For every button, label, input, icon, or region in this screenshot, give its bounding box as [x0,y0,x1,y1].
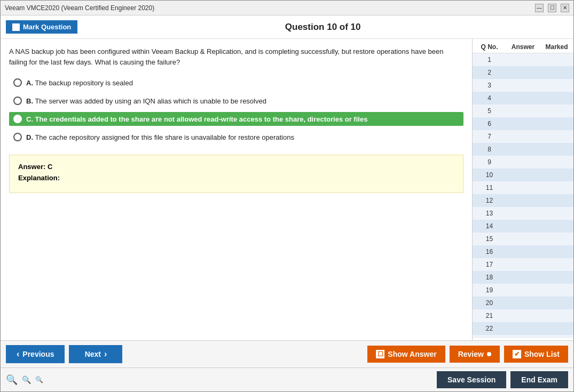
option-d-text: D. The cache repository assigned for thi… [26,133,294,141]
q-num: 23 [473,336,506,338]
answer-box: Answer: C Explanation: [9,155,463,193]
radio-c-inner [15,117,20,121]
q-marked [540,54,573,65]
next-button[interactable]: Next › [69,345,122,363]
q-marked [540,298,573,308]
q-num: 2 [473,67,506,78]
table-row[interactable]: 20 [473,297,573,309]
table-row[interactable]: 17 [473,258,573,271]
q-num: 11 [473,182,506,193]
table-row[interactable]: 7 [473,130,573,143]
review-button[interactable]: Review [450,346,500,363]
q-num: 14 [473,221,506,231]
end-exam-button[interactable]: End Exam [510,371,568,388]
q-answer [506,54,540,65]
col-answer: Answer [506,43,540,51]
minimize-button[interactable]: — [535,4,544,12]
q-num: 19 [473,285,506,295]
table-row[interactable]: 2 [473,66,573,79]
q-answer [506,170,540,180]
table-row[interactable]: 18 [473,271,573,284]
q-answer [506,298,540,308]
zoom-reset-button[interactable]: 🔍 [22,375,31,384]
table-row[interactable]: 5 [473,105,573,117]
q-marked [540,93,573,103]
table-row[interactable]: 4 [473,92,573,105]
option-c[interactable]: C. The credentials added to the share ar… [9,112,463,126]
previous-button[interactable]: ‹ Previous [6,345,65,363]
q-marked [540,67,573,78]
q-answer [506,144,540,155]
save-session-label: Save Session [447,375,496,384]
table-row[interactable]: 22 [473,322,573,335]
option-d[interactable]: D. The cache repository assigned for thi… [9,130,463,144]
q-marked [540,272,573,283]
q-marked [540,131,573,142]
q-marked [540,106,573,116]
mark-question-button[interactable]: Mark Question [6,20,77,34]
question-text: A NAS backup job has been configured wit… [9,46,463,67]
table-row[interactable]: 23 [473,335,573,338]
q-marked [540,246,573,257]
table-row[interactable]: 19 [473,284,573,297]
previous-label: Previous [22,350,54,358]
q-marked [540,195,573,206]
q-answer [506,195,540,206]
zoom-out-button[interactable]: 🔍 [35,376,43,383]
table-row[interactable]: 15 [473,233,573,245]
table-row[interactable]: 21 [473,309,573,322]
q-num: 20 [473,298,506,308]
q-answer [506,323,540,334]
table-row[interactable]: 14 [473,220,573,233]
table-row[interactable]: 8 [473,143,573,156]
table-row[interactable]: 12 [473,194,573,207]
table-row[interactable]: 16 [473,245,573,258]
explanation-label: Explanation: [18,174,454,182]
next-arrow-icon: › [104,349,107,359]
right-panel-header: Q No. Answer Marked [473,41,573,53]
content-panel: A NAS backup job has been configured wit… [1,39,472,340]
q-answer [506,234,540,244]
table-row[interactable]: 10 [473,169,573,181]
question-list[interactable]: 1 2 3 4 5 6 7 8 [473,53,573,338]
q-marked [540,80,573,91]
option-a-text: A. The backup repository is sealed [26,79,133,87]
table-row[interactable]: 3 [473,79,573,92]
maximize-button[interactable]: ☐ [548,4,556,12]
right-panel: Q No. Answer Marked 1 2 3 4 5 6 [472,39,573,340]
q-answer [506,157,540,167]
q-marked [540,259,573,270]
end-exam-label: End Exam [521,375,557,384]
save-session-button[interactable]: Save Session [437,371,506,388]
q-answer [506,285,540,295]
next-label: Next [85,350,101,358]
q-answer [506,336,540,338]
table-row[interactable]: 9 [473,156,573,169]
q-num: 21 [473,310,506,321]
radio-c [13,115,22,123]
q-num: 22 [473,323,506,334]
q-num: 13 [473,208,506,219]
main-area: A NAS backup job has been configured wit… [1,39,573,340]
mark-button-label: Mark Question [23,23,71,31]
q-marked [540,170,573,180]
option-a[interactable]: A. The backup repository is sealed [9,76,463,90]
close-button[interactable]: ✕ [561,4,569,12]
table-row[interactable]: 11 [473,181,573,194]
table-row[interactable]: 1 [473,53,573,66]
show-list-button[interactable]: ✔ Show List [504,346,568,363]
show-answer-button[interactable]: ☐ Show Answer [367,346,445,363]
table-row[interactable]: 13 [473,207,573,220]
option-b[interactable]: B. The server was added by using an IQN … [9,94,463,108]
q-marked [540,310,573,321]
table-row[interactable]: 6 [473,117,573,130]
show-answer-label: Show Answer [388,350,436,358]
q-num: 4 [473,93,506,103]
q-num: 9 [473,157,506,167]
mark-icon [12,23,20,31]
show-list-icon: ✔ [513,350,521,358]
radio-d [13,133,22,141]
zoom-in-button[interactable]: 🔍 [6,374,18,386]
q-answer [506,131,540,142]
q-num: 3 [473,80,506,91]
